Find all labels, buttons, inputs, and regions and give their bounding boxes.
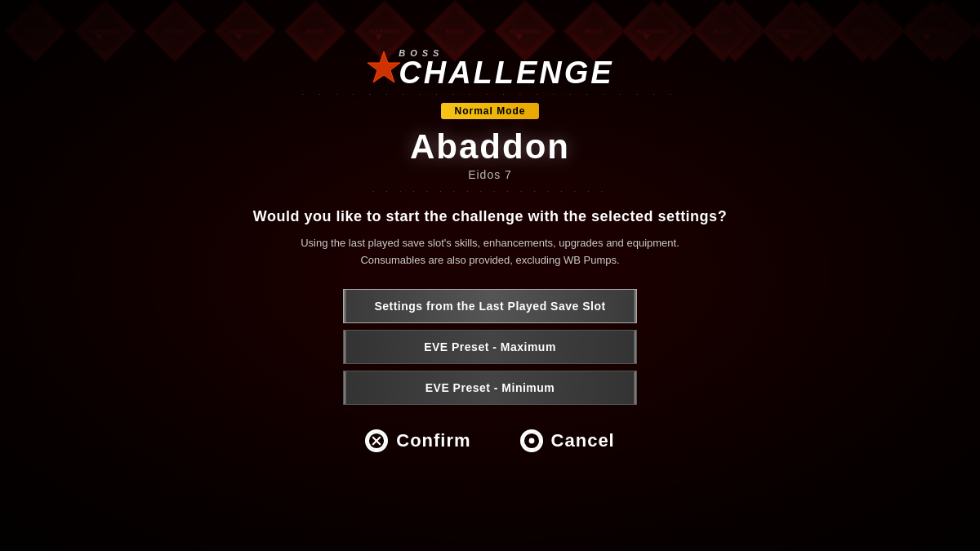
actions-row: Confirm Cancel bbox=[365, 429, 614, 452]
boss-subtitle: Eidos 7 bbox=[468, 168, 512, 181]
confirm-icon bbox=[365, 429, 388, 452]
option-eve-min[interactable]: EVE Preset - Minimum bbox=[343, 371, 637, 405]
section-separator: · · · · · · · · · · · · · · · · · · bbox=[372, 188, 608, 195]
confirm-button[interactable]: Confirm bbox=[365, 429, 470, 452]
option-eve-max[interactable]: EVE Preset - Maximum bbox=[343, 330, 637, 364]
options-container: Settings from the Last Played Save Slot … bbox=[343, 289, 637, 405]
x-circle-svg bbox=[368, 430, 385, 451]
description-text: Using the last played save slot's skills… bbox=[278, 235, 702, 269]
boss-name: Abaddon bbox=[410, 127, 570, 167]
cancel-label: Cancel bbox=[551, 430, 615, 451]
circle-dot-svg bbox=[523, 430, 541, 451]
confirm-label: Confirm bbox=[396, 430, 470, 451]
svg-marker-0 bbox=[368, 51, 400, 82]
cancel-icon bbox=[520, 429, 543, 452]
logo-separator: · · · · · · · · · · · · · · · · · · · · … bbox=[302, 91, 678, 98]
svg-point-5 bbox=[528, 438, 534, 443]
logo-area: BOSS CHALLENGE · · · · · · · · · · · · ·… bbox=[302, 49, 678, 98]
option-last-save[interactable]: Settings from the Last Played Save Slot bbox=[343, 289, 637, 323]
cancel-button[interactable]: Cancel bbox=[520, 429, 615, 452]
mode-label: Normal Mode bbox=[454, 105, 525, 117]
challenge-label: CHALLENGE bbox=[399, 58, 613, 87]
mode-badge: Normal Mode bbox=[441, 103, 538, 119]
question-text: Would you like to start the challenge wi… bbox=[253, 208, 727, 225]
modal-container: BOSS CHALLENGE · · · · · · · · · · · · ·… bbox=[0, 0, 980, 551]
boss-challenge-star bbox=[366, 50, 402, 86]
